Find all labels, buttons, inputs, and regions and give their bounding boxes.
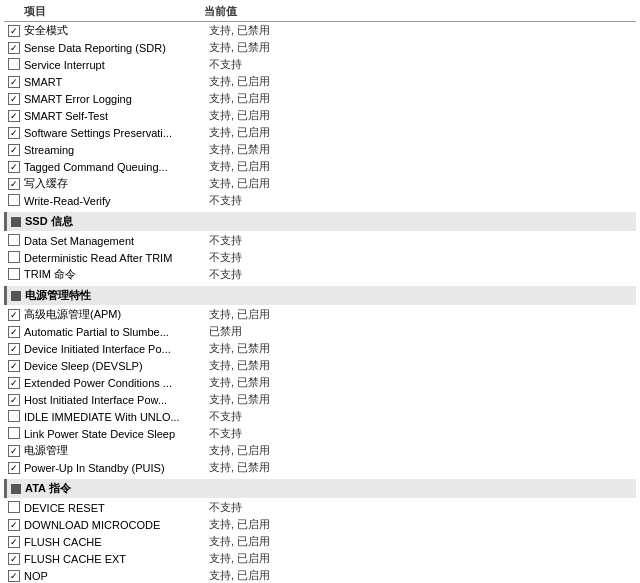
table-row: Automatic Partial to Slumbe...已禁用 (4, 323, 636, 340)
item-value: 支持, 已禁用 (209, 23, 634, 38)
item-name: Streaming (24, 144, 209, 156)
table-row: Power-Up In Standby (PUIS)支持, 已禁用 (4, 459, 636, 476)
section-icon-ata (11, 484, 21, 494)
unchecked-checkbox[interactable] (8, 234, 20, 246)
table-row: NOP支持, 已启用 (4, 567, 636, 583)
table-row: Sense Data Reporting (SDR)支持, 已禁用 (4, 39, 636, 56)
table-row: IDLE IMMEDIATE With UNLO...不支持 (4, 408, 636, 425)
table-row: Link Power State Device Sleep不支持 (4, 425, 636, 442)
item-name: 写入缓存 (24, 176, 209, 191)
item-value: 支持, 已启用 (209, 176, 634, 191)
item-value: 支持, 已启用 (209, 534, 634, 549)
checked-checkbox[interactable] (8, 570, 20, 582)
checked-checkbox[interactable] (8, 93, 20, 105)
checkbox-cell (8, 24, 24, 38)
checked-checkbox[interactable] (8, 76, 20, 88)
item-name: TRIM 命令 (24, 267, 209, 282)
item-value: 支持, 已禁用 (209, 375, 634, 390)
item-value: 支持, 已启用 (209, 74, 634, 89)
table-row: SMART支持, 已启用 (4, 73, 636, 90)
checked-checkbox[interactable] (8, 178, 20, 190)
checked-checkbox[interactable] (8, 110, 20, 122)
item-name: Automatic Partial to Slumbe... (24, 326, 209, 338)
checkbox-cell (8, 75, 24, 89)
checked-checkbox[interactable] (8, 161, 20, 173)
item-value: 不支持 (209, 409, 634, 424)
item-name: Link Power State Device Sleep (24, 428, 209, 440)
header-value: 当前值 (204, 4, 636, 19)
checkbox-cell (8, 393, 24, 407)
table-row: DEVICE RESET不支持 (4, 499, 636, 516)
item-value: 支持, 已禁用 (209, 142, 634, 157)
table-row: Device Initiated Interface Po...支持, 已禁用 (4, 340, 636, 357)
item-value: 不支持 (209, 426, 634, 441)
table-row: 安全模式支持, 已禁用 (4, 22, 636, 39)
checked-checkbox[interactable] (8, 536, 20, 548)
item-name: FLUSH CACHE (24, 536, 209, 548)
item-name: 安全模式 (24, 23, 209, 38)
checked-checkbox[interactable] (8, 377, 20, 389)
checkbox-cell (8, 359, 24, 373)
checked-checkbox[interactable] (8, 42, 20, 54)
checked-checkbox[interactable] (8, 127, 20, 139)
item-name: DEVICE RESET (24, 502, 209, 514)
item-name: Extended Power Conditions ... (24, 377, 209, 389)
unchecked-checkbox[interactable] (8, 251, 20, 263)
unchecked-checkbox[interactable] (8, 410, 20, 422)
item-value: 支持, 已启用 (209, 307, 634, 322)
item-value: 不支持 (209, 57, 634, 72)
item-name: Deterministic Read After TRIM (24, 252, 209, 264)
item-value: 支持, 已启用 (209, 517, 634, 532)
checked-checkbox[interactable] (8, 25, 20, 37)
checkbox-cell (8, 308, 24, 322)
table-row: FLUSH CACHE EXT支持, 已启用 (4, 550, 636, 567)
section-header-ssd: SSD 信息 (4, 212, 636, 231)
unchecked-checkbox[interactable] (8, 427, 20, 439)
checkbox-cell (8, 410, 24, 424)
item-name: 高级电源管理(APM) (24, 307, 209, 322)
table-row: TRIM 命令不支持 (4, 266, 636, 283)
checked-checkbox[interactable] (8, 144, 20, 156)
checked-checkbox[interactable] (8, 343, 20, 355)
item-value: 支持, 已禁用 (209, 40, 634, 55)
unchecked-checkbox[interactable] (8, 194, 20, 206)
table-row: 高级电源管理(APM)支持, 已启用 (4, 306, 636, 323)
table-row: Host Initiated Interface Pow...支持, 已禁用 (4, 391, 636, 408)
item-value: 支持, 已禁用 (209, 341, 634, 356)
checkbox-cell (8, 160, 24, 174)
item-name: Sense Data Reporting (SDR) (24, 42, 209, 54)
item-name: Host Initiated Interface Pow... (24, 394, 209, 406)
checkbox-cell (8, 143, 24, 157)
checkbox-cell (8, 268, 24, 282)
checked-checkbox[interactable] (8, 519, 20, 531)
table-row: SMART Error Logging支持, 已启用 (4, 90, 636, 107)
checked-checkbox[interactable] (8, 394, 20, 406)
checked-checkbox[interactable] (8, 309, 20, 321)
item-name: SMART Self-Test (24, 110, 209, 122)
table-row: 电源管理支持, 已启用 (4, 442, 636, 459)
checkbox-cell (8, 177, 24, 191)
item-value: 支持, 已启用 (209, 551, 634, 566)
checked-checkbox[interactable] (8, 360, 20, 372)
unchecked-checkbox[interactable] (8, 268, 20, 280)
table-row: Extended Power Conditions ...支持, 已禁用 (4, 374, 636, 391)
item-name: Write-Read-Verify (24, 195, 209, 207)
item-name: Software Settings Preservati... (24, 127, 209, 139)
checkbox-cell (8, 461, 24, 475)
table-row: Write-Read-Verify不支持 (4, 192, 636, 209)
item-value: 不支持 (209, 267, 634, 282)
item-name: Tagged Command Queuing... (24, 161, 209, 173)
unchecked-checkbox[interactable] (8, 58, 20, 70)
section-icon-ssd (11, 217, 21, 227)
section-icon-power (11, 291, 21, 301)
checked-checkbox[interactable] (8, 326, 20, 338)
item-name: IDLE IMMEDIATE With UNLO... (24, 411, 209, 423)
unchecked-checkbox[interactable] (8, 501, 20, 513)
checked-checkbox[interactable] (8, 445, 20, 457)
checked-checkbox[interactable] (8, 462, 20, 474)
checkbox-cell (8, 109, 24, 123)
table-row: Tagged Command Queuing...支持, 已启用 (4, 158, 636, 175)
item-name: Power-Up In Standby (PUIS) (24, 462, 209, 474)
item-name: SMART Error Logging (24, 93, 209, 105)
checked-checkbox[interactable] (8, 553, 20, 565)
